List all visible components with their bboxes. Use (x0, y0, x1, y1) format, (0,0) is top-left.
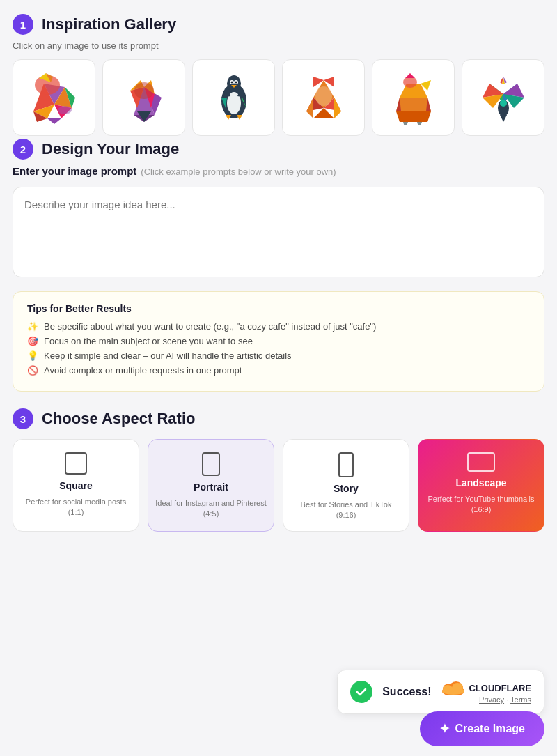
section-aspect-ratio: 3 Choose Aspect Ratio Square Perfect for… (13, 408, 544, 532)
peacock-image (476, 70, 531, 125)
prompt-sublabel: (Click example prompts below or write yo… (141, 167, 336, 177)
svg-marker-54 (405, 73, 415, 78)
svg-point-71 (443, 685, 453, 693)
svg-marker-51 (417, 122, 422, 125)
gallery-item-fox[interactable] (282, 59, 365, 136)
square-name: Square (59, 480, 92, 491)
svg-marker-41 (313, 108, 334, 118)
prompt-label: Enter your image prompt (13, 165, 136, 177)
prompt-input[interactable] (13, 187, 544, 277)
cloudflare-banner: Success! CLOUDFLARE Privacy · Terms (337, 670, 544, 714)
tip-icon-4: 🚫 (27, 365, 38, 376)
portrait-name: Portrait (194, 481, 228, 493)
success-text: Success! (382, 686, 431, 698)
step-badge-1: 1 (13, 14, 33, 35)
svg-point-44 (315, 86, 332, 106)
aspect-card-square[interactable]: Square Perfect for social media posts (1… (13, 439, 139, 532)
create-btn-icon: ✦ (439, 721, 450, 736)
cloudflare-cloud-icon (441, 680, 466, 695)
gallery-item-penguin[interactable] (192, 59, 275, 136)
section-inspiration: 1 Inspiration Gallery Click on any image… (13, 14, 544, 136)
section1-header: 1 Inspiration Gallery (13, 14, 544, 35)
story-icon (338, 452, 354, 477)
gallery-item-peacock[interactable] (462, 59, 544, 136)
aspect-card-portrait[interactable]: Portrait Ideal for Instagram and Pintere… (148, 439, 274, 532)
gallery-item-cat[interactable] (102, 59, 185, 136)
tip-icon-3: 💡 (27, 350, 38, 361)
portrait-icon (202, 452, 220, 476)
horse-image (386, 70, 441, 125)
story-desc: Best for Stories and TikTok (9:16) (290, 500, 402, 521)
landscape-icon (467, 452, 495, 472)
landscape-desc: Perfect for YouTube thumbnails (16:9) (425, 494, 537, 516)
svg-marker-47 (396, 111, 431, 122)
section3-header: 3 Choose Aspect Ratio (13, 408, 544, 429)
svg-point-29 (230, 82, 233, 84)
svg-marker-40 (306, 98, 313, 118)
checkmark-icon (355, 686, 368, 698)
svg-marker-50 (403, 122, 408, 125)
tip-text-3: Keep it simple and clear – our AI will h… (44, 350, 292, 361)
svg-marker-39 (334, 98, 341, 118)
section1-subtitle: Click on any image to use its prompt (13, 40, 544, 51)
elephant-image (26, 70, 82, 125)
tip-text-4: Avoid complex or multiple requests in on… (44, 365, 242, 376)
aspect-card-landscape[interactable]: Landscape Perfect for YouTube thumbnails… (418, 439, 544, 532)
portrait-desc: Ideal for Instagram and Pinterest (4:5) (155, 498, 267, 520)
cloudflare-links: Privacy · Terms (479, 695, 531, 704)
svg-point-30 (235, 82, 237, 84)
svg-point-63 (500, 100, 507, 107)
svg-point-53 (403, 77, 417, 88)
tip-icon-2: 🎯 (27, 336, 38, 346)
create-image-button[interactable]: ✦ Create Image (420, 711, 545, 746)
svg-marker-7 (47, 118, 61, 124)
gallery-row (13, 59, 544, 136)
cloudflare-logo: CLOUDFLARE (441, 680, 531, 695)
landscape-name: Landscape (455, 477, 506, 488)
tip-icon-1: ✨ (27, 321, 38, 332)
step-badge-3: 3 (13, 408, 33, 429)
create-btn-label: Create Image (455, 723, 526, 735)
svg-point-19 (134, 82, 154, 99)
square-icon (65, 452, 87, 475)
section2-header: 2 Design Your Image (13, 139, 544, 160)
tip-item-2: 🎯 Focus on the main subject or scene you… (27, 336, 530, 346)
tips-box: Tips for Better Results ✨ Be specific ab… (13, 291, 544, 392)
svg-point-72 (452, 683, 463, 693)
gallery-item-horse[interactable] (372, 59, 455, 136)
story-name: Story (334, 483, 359, 494)
section2-title: Design Your Image (42, 140, 179, 158)
tip-item-1: ✨ Be specific about what you want to cre… (27, 321, 530, 332)
svg-point-26 (227, 75, 241, 92)
aspect-card-story[interactable]: Story Best for Stories and TikTok (9:16) (283, 439, 409, 532)
fox-image (296, 70, 352, 125)
tip-text-2: Focus on the main subject or scene you w… (44, 336, 253, 346)
tip-item-3: 💡 Keep it simple and clear – our AI will… (27, 350, 530, 361)
success-icon (350, 681, 372, 703)
section1-title: Inspiration Gallery (42, 15, 176, 33)
terms-link[interactable]: Terms (510, 695, 531, 704)
aspect-grid: Square Perfect for social media posts (1… (13, 439, 544, 532)
svg-point-11 (58, 106, 72, 114)
svg-marker-62 (500, 115, 507, 122)
section-design: 2 Design Your Image Enter your image pro… (13, 139, 544, 392)
section3-title: Choose Aspect Ratio (42, 410, 195, 428)
gallery-item-elephant[interactable] (13, 59, 95, 136)
step-badge-2: 2 (13, 139, 33, 160)
cloudflare-brand: CLOUDFLARE Privacy · Terms (441, 680, 531, 704)
tip-text-1: Be specific about what you want to creat… (44, 321, 376, 332)
square-desc: Perfect for social media posts (1:1) (20, 497, 132, 518)
tip-item-4: 🚫 Avoid complex or multiple requests in … (27, 365, 530, 376)
privacy-link[interactable]: Privacy (479, 695, 504, 704)
cat-image (116, 70, 172, 125)
penguin-image (206, 70, 262, 125)
svg-marker-46 (396, 98, 431, 111)
cloudflare-name: CLOUDFLARE (469, 683, 531, 693)
tips-title: Tips for Better Results (27, 303, 530, 314)
